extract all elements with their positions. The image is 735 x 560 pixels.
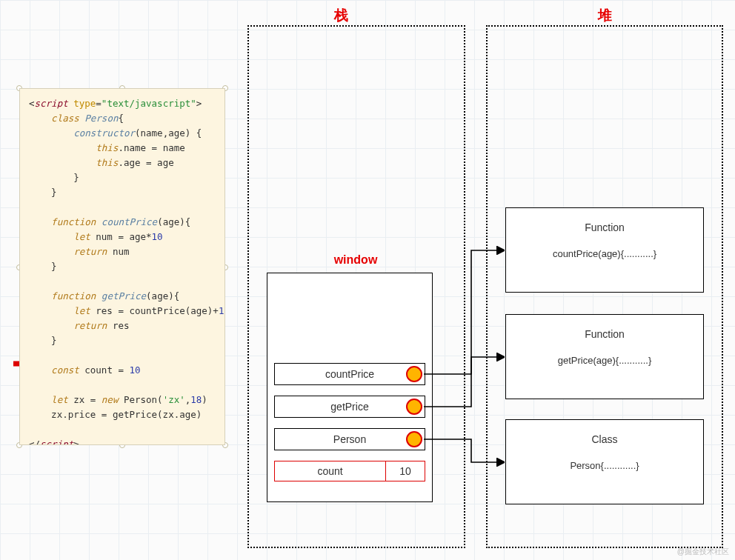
watermark: @掘金技术社区 xyxy=(677,547,729,557)
connector-lines xyxy=(0,0,735,560)
